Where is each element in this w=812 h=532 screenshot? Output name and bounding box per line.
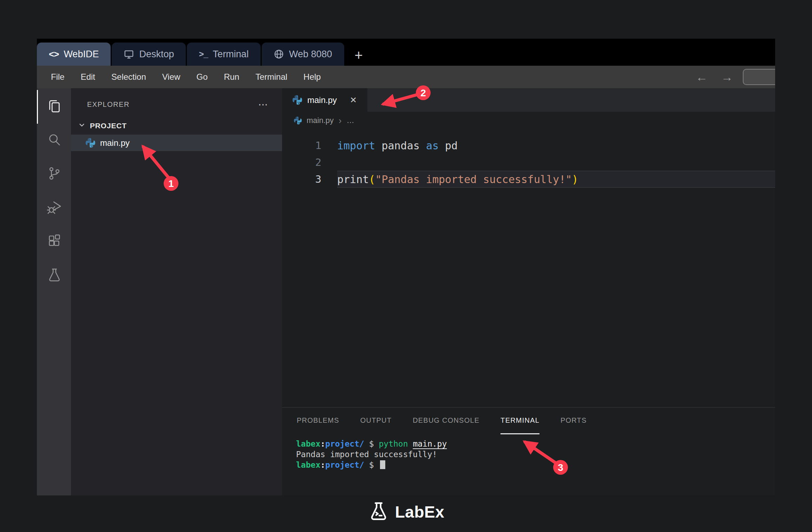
close-icon[interactable]: ✕: [350, 95, 357, 105]
labex-brand-text: LabEx: [395, 502, 445, 521]
explorer-title: EXPLORER: [87, 100, 130, 109]
breadcrumb-more: …: [347, 116, 354, 125]
monitor-icon: [124, 49, 134, 59]
new-tab-button[interactable]: +: [355, 48, 363, 62]
top-tab-desktop[interactable]: Desktop: [112, 43, 186, 66]
code-text: import pandas as pd: [337, 137, 775, 154]
line-number: 2: [282, 154, 321, 171]
editor-tab-main-py[interactable]: main.py ✕: [282, 88, 367, 112]
activity-bar: [37, 88, 71, 495]
editor-area: main.py ✕ main.py › … 1import pandas as …: [282, 88, 775, 495]
editor-tab-label: main.py: [307, 95, 337, 105]
top-tab-terminal[interactable]: >_Terminal: [187, 43, 260, 66]
breadcrumb[interactable]: main.py › …: [282, 112, 775, 129]
debug-icon: [46, 199, 63, 217]
top-tab-webide[interactable]: <>WebIDE: [37, 43, 111, 66]
bottom-panel: PROBLEMSOUTPUTDEBUG CONSOLETERMINALPORTS…: [282, 407, 775, 495]
extensions-icon: [46, 233, 63, 251]
python-file-icon: [86, 138, 95, 148]
code-line-1[interactable]: 1import pandas as pd: [282, 137, 775, 154]
menu-item-run[interactable]: Run: [224, 72, 239, 82]
forward-arrow-icon[interactable]: →: [721, 70, 733, 84]
terminal-output[interactable]: labex:project/ $ python main.pyPandas im…: [282, 439, 775, 470]
explorer-activity-button[interactable]: [37, 90, 71, 124]
browser-tab-bar: <>WebIDEDesktop>_TerminalWeb 8080 +: [37, 39, 775, 66]
menu-item-file[interactable]: File: [51, 72, 65, 82]
python-file-icon: [293, 95, 302, 105]
globe-icon: [274, 49, 284, 59]
explorer-sidebar: EXPLORER ⋯ PROJECT main.py: [71, 88, 282, 495]
breadcrumb-file: main.py: [307, 116, 334, 125]
code-line-2[interactable]: 2: [282, 154, 775, 171]
panel-tab-ports[interactable]: PORTS: [561, 408, 587, 434]
source-control-activity-button[interactable]: [37, 157, 71, 191]
terminal-icon: >_: [199, 49, 208, 59]
panel-tab-problems[interactable]: PROBLEMS: [297, 408, 339, 434]
project-folder-label: PROJECT: [90, 122, 127, 130]
terminal-cursor: [380, 460, 385, 469]
explorer-file-main-py[interactable]: main.py: [71, 135, 282, 151]
ide-window: <>WebIDEDesktop>_TerminalWeb 8080 + File…: [37, 39, 775, 495]
code-text: [337, 154, 775, 171]
python-file-icon: [294, 117, 302, 124]
code-icon: <>: [49, 49, 59, 60]
search-activity-button[interactable]: [37, 124, 71, 157]
chevron-down-icon: [78, 121, 86, 131]
menu-item-view[interactable]: View: [162, 72, 181, 82]
explorer-more-actions-icon[interactable]: ⋯: [258, 99, 269, 110]
labex-flask-icon: [368, 500, 389, 524]
panel-tab-terminal[interactable]: TERMINAL: [500, 408, 539, 434]
code-editor[interactable]: 1import pandas as pd23print("Pandas impo…: [282, 129, 775, 407]
command-search-box[interactable]: [743, 69, 775, 85]
search-icon: [46, 132, 63, 149]
files-icon: [46, 98, 63, 116]
run-debug-activity-button[interactable]: [37, 191, 71, 225]
project-folder-row[interactable]: PROJECT: [71, 117, 282, 135]
testing-activity-button[interactable]: [37, 259, 71, 292]
line-number: 1: [282, 137, 321, 154]
line-number: 3: [282, 171, 321, 188]
breadcrumb-separator: ›: [339, 115, 342, 126]
editor-tab-strip: main.py ✕: [282, 88, 775, 112]
extensions-activity-button[interactable]: [37, 225, 71, 259]
terminal-line: Pandas imported successfully!: [296, 449, 775, 460]
terminal-line: labex:project/ $ python main.py: [296, 439, 775, 449]
menu-bar: FileEditSelectionViewGoRunTerminalHelp ←…: [37, 66, 775, 88]
menu-item-edit[interactable]: Edit: [81, 72, 95, 82]
terminal-line: labex:project/ $: [296, 460, 775, 470]
beaker-icon: [46, 267, 63, 284]
menu-item-terminal[interactable]: Terminal: [255, 72, 287, 82]
labex-brand: LabEx: [0, 500, 812, 524]
source-control-icon: [46, 166, 63, 183]
menu-item-help[interactable]: Help: [303, 72, 321, 82]
menu-item-selection[interactable]: Selection: [111, 72, 146, 82]
panel-tab-output[interactable]: OUTPUT: [360, 408, 392, 434]
panel-tab-debug-console[interactable]: DEBUG CONSOLE: [413, 408, 479, 434]
menu-item-go[interactable]: Go: [196, 72, 208, 82]
top-tab-web-8080[interactable]: Web 8080: [262, 43, 344, 66]
file-name-label: main.py: [100, 138, 130, 148]
code-line-3[interactable]: 3print("Pandas imported successfully!"): [282, 171, 775, 188]
code-text: print("Pandas imported successfully!"): [337, 171, 775, 188]
back-arrow-icon[interactable]: ←: [696, 70, 708, 84]
